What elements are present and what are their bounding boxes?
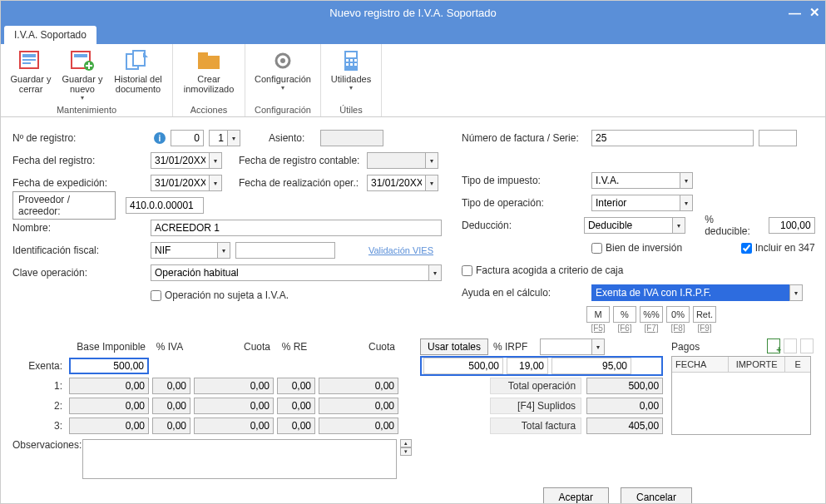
r1-cuota[interactable] — [194, 378, 274, 394]
irpf-cuota[interactable] — [551, 358, 631, 374]
usar-totales-button[interactable]: Usar totales — [420, 338, 488, 355]
r3-cuota2[interactable] — [319, 418, 398, 434]
idfiscal-drop[interactable]: ▾ — [217, 242, 230, 259]
deduccion-input[interactable] — [584, 217, 672, 234]
ayuda-calc-drop[interactable]: ▾ — [789, 284, 803, 301]
observaciones-input[interactable] — [82, 439, 397, 479]
link-validacion-vies[interactable]: Validación VIES — [368, 245, 433, 255]
tipo-op-input[interactable] — [591, 195, 680, 211]
r3-pre[interactable] — [277, 418, 315, 434]
clave-drop[interactable]: ▾ — [428, 264, 442, 281]
label-freg: Fecha del registro: — [12, 155, 146, 166]
nreg-a-input[interactable] — [171, 130, 204, 146]
r3-base[interactable] — [69, 418, 149, 434]
r2-cuota[interactable] — [194, 398, 274, 414]
tipo-imp-drop[interactable]: ▾ — [680, 172, 693, 189]
h-base: Base Imponible — [69, 341, 149, 353]
caret-icon: ▾ — [281, 84, 284, 91]
label-proveedor[interactable]: Proveedor / acreedor: — [12, 191, 116, 220]
tipo-op-drop[interactable]: ▾ — [680, 195, 693, 211]
r2-pre[interactable] — [277, 398, 315, 414]
chk-incluir-347[interactable]: Incluir en 347 — [741, 242, 815, 254]
doc-edit-icon[interactable] — [784, 338, 797, 353]
r1-piva[interactable] — [152, 378, 190, 394]
r3-cuota[interactable] — [194, 418, 274, 434]
doc-delete-icon[interactable] — [800, 338, 814, 353]
irpf-sel[interactable] — [540, 338, 591, 355]
r1-base[interactable] — [69, 378, 149, 394]
freg-cont-input[interactable] — [367, 152, 425, 169]
ayuda-calc-input[interactable] — [591, 284, 789, 301]
r2-base[interactable] — [69, 398, 149, 414]
mini-ret[interactable]: Ret. — [693, 306, 716, 323]
history-icon — [125, 49, 151, 72]
save-close-button[interactable]: Guardar y cerrar — [7, 47, 54, 103]
label-ayuda-calc: Ayuda en el cálculo: — [462, 287, 586, 299]
clave-input[interactable] — [151, 264, 428, 281]
freg-input[interactable] — [151, 152, 209, 169]
asiento-input[interactable] — [320, 130, 383, 146]
mini-pct[interactable]: % — [613, 306, 636, 323]
freal-input[interactable] — [367, 175, 425, 191]
chk-bien-inversion[interactable]: Bien de inversión — [591, 242, 682, 254]
r1-cuota2[interactable] — [319, 378, 398, 394]
save-new-button[interactable]: Guardar y nuevo ▾ — [59, 47, 106, 103]
history-button[interactable]: Historial del documento — [111, 47, 166, 103]
col-fecha[interactable]: FECHA — [672, 357, 729, 372]
r1-pre[interactable] — [277, 378, 315, 394]
hint-f6: [F6] — [613, 324, 636, 333]
mini-zero[interactable]: 0% — [666, 306, 690, 323]
h-piva: % IVA — [152, 341, 190, 353]
aceptar-button[interactable]: Aceptar — [543, 487, 609, 504]
create-asset-button[interactable]: Crear inmovilizado — [180, 47, 238, 103]
suplidos-label[interactable]: [F4] Suplidos — [490, 398, 581, 414]
irpf-base[interactable] — [423, 358, 503, 374]
col-e[interactable]: E — [785, 357, 810, 372]
utilities-button[interactable]: Utilidades ▾ — [328, 47, 374, 103]
freg-cont-drop[interactable]: ▾ — [425, 152, 438, 169]
r3-piva[interactable] — [152, 418, 190, 434]
gear-icon — [270, 49, 296, 72]
pagos-body[interactable] — [672, 373, 810, 434]
col-importe[interactable]: IMPORTE — [729, 357, 785, 372]
minimize-icon[interactable]: — — [789, 6, 801, 20]
config-button[interactable]: Configuración ▾ — [252, 47, 314, 103]
exenta-base[interactable] — [69, 358, 149, 374]
svg-rect-20 — [354, 63, 357, 66]
label-nregistro: Nº de registro: — [12, 132, 146, 144]
pct-ded-input[interactable] — [769, 217, 815, 234]
cancelar-button[interactable]: Cancelar — [621, 487, 692, 504]
deduccion-drop[interactable]: ▾ — [672, 217, 685, 234]
nreg-b-input[interactable] — [209, 130, 227, 146]
serie-input[interactable] — [759, 130, 797, 146]
h-irpf: % IRPF — [493, 341, 535, 353]
hint-f8: [F8] — [666, 324, 690, 333]
mini-pctpct[interactable]: %% — [640, 306, 663, 323]
svg-point-12 — [280, 58, 285, 63]
idfiscal-tipo[interactable] — [151, 242, 217, 259]
h-cuota2: Cuota — [319, 341, 398, 353]
tipo-imp-input[interactable] — [591, 172, 680, 189]
doc-add-icon[interactable]: + — [767, 338, 780, 353]
nfact-input[interactable] — [591, 130, 754, 146]
r2-piva[interactable] — [152, 398, 190, 414]
proveedor-input[interactable] — [126, 197, 204, 214]
close-icon[interactable]: ✕ — [809, 5, 820, 20]
tab-iva-soportado[interactable]: I.V.A. Soportado — [4, 26, 96, 44]
freal-drop[interactable]: ▾ — [425, 175, 438, 191]
mini-m[interactable]: M — [586, 306, 610, 323]
chk-op-no-iva[interactable]: Operación no sujeta a I.V.A. — [151, 289, 289, 301]
r2-cuota2[interactable] — [319, 398, 398, 414]
irpf-pct[interactable] — [507, 358, 548, 374]
fexp-drop[interactable]: ▾ — [209, 175, 222, 191]
chk-criterio-caja[interactable]: Factura acogida a criterio de caja — [462, 264, 623, 276]
fexp-input[interactable] — [151, 175, 209, 191]
freg-drop[interactable]: ▾ — [209, 152, 222, 169]
nreg-drop[interactable]: ▾ — [227, 130, 240, 146]
irpf-drop[interactable]: ▾ — [591, 338, 605, 355]
nombre-input[interactable] — [151, 220, 442, 236]
idfiscal-num[interactable] — [235, 242, 335, 259]
observ-spinner[interactable]: ▴▾ — [400, 439, 412, 456]
info-icon[interactable]: i — [154, 132, 166, 144]
title-bar: Nuevo registro de I.V.A. Soportado — ✕ — [1, 1, 825, 24]
